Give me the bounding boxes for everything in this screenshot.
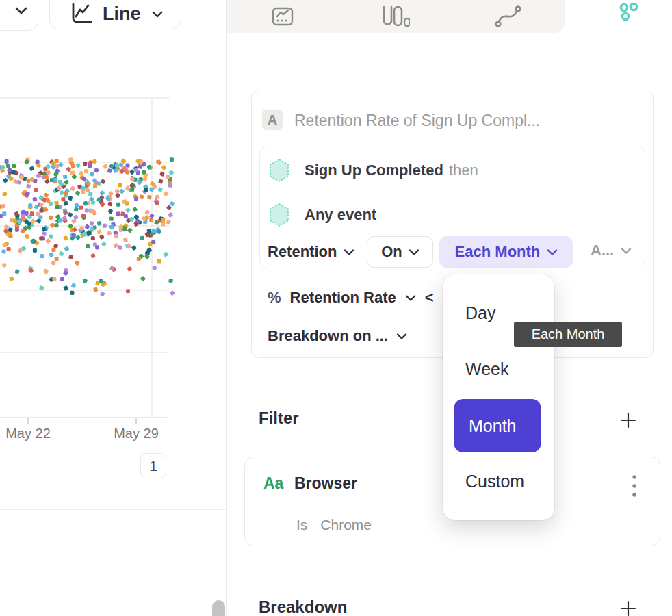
tab-flows[interactable] <box>452 0 565 33</box>
panel-divider <box>226 0 227 616</box>
event-hexagon-icon <box>268 203 290 227</box>
breakdown-on-label: Breakdown on ... <box>268 327 388 345</box>
retention-mode-label: Retention <box>268 243 337 261</box>
kebab-icon <box>632 474 637 498</box>
percent-icon: % <box>268 289 281 307</box>
bar-chart-icon <box>381 5 410 28</box>
menu-item-week[interactable]: Week <box>465 359 508 379</box>
measure-dropdown[interactable]: % Retention Rate < <box>268 289 434 307</box>
step-event-label[interactable]: Any event <box>305 206 376 223</box>
chart-type-button[interactable]: Line <box>49 0 181 29</box>
step-event-label[interactable]: Sign Up Completed <box>305 162 443 179</box>
visualization-tabbar <box>227 0 565 33</box>
chart-type-label: Line <box>103 3 141 25</box>
tooltip: Each Month <box>514 322 622 347</box>
retention-scatter-chart <box>0 89 226 431</box>
add-breakdown-button[interactable] <box>618 598 638 616</box>
menu-item-day[interactable]: Day <box>465 303 495 323</box>
menu-item-month-label: Month <box>469 416 516 436</box>
query-title[interactable]: Retention Rate of Sign Up Compl... <box>294 112 540 130</box>
step-suffix: then <box>449 162 478 179</box>
filter-value[interactable]: Chrome <box>320 517 372 533</box>
filter-operator[interactable]: Is <box>296 517 307 533</box>
retention-dots-icon <box>618 2 643 24</box>
filter-property-label[interactable]: Browser <box>294 474 357 493</box>
retention-report-page: Line May 22 May 29 1 <box>0 0 672 616</box>
chevron-down-icon <box>151 10 164 18</box>
breakdown-on-dropdown[interactable]: Breakdown on ... <box>268 327 407 345</box>
collapsed-dropdown-button[interactable] <box>0 0 38 31</box>
interval-dropdown-trigger[interactable]: Each Month <box>439 236 573 268</box>
query-letter-badge: A <box>262 110 283 130</box>
tab-insights-chart[interactable] <box>227 0 339 33</box>
x-axis-tick-label: May 29 <box>114 426 159 441</box>
interval-dropdown-menu: Day Week Month Custom <box>443 274 554 520</box>
pagination-page-button[interactable]: 1 <box>140 453 166 478</box>
step-first-event[interactable]: Sign Up Completedthen <box>268 158 478 183</box>
filter-section-heading: Filter <box>259 409 299 428</box>
chevron-down-icon <box>14 6 28 15</box>
measure-label: Retention Rate <box>290 289 396 307</box>
tooltip-text: Each Month <box>532 326 605 342</box>
measure-trailing-text: < <box>425 289 434 307</box>
menu-item-custom[interactable]: Custom <box>465 472 524 491</box>
insights-chart-icon <box>271 6 294 27</box>
on-dropdown[interactable]: On <box>367 236 433 268</box>
line-chart-icon <box>68 3 94 25</box>
chart-card-divider <box>0 509 226 510</box>
menu-item-month[interactable]: Month <box>454 399 541 452</box>
retention-controls-row: Retention On Each Month <box>268 236 573 268</box>
retention-mode-dropdown[interactable]: Retention <box>268 243 354 261</box>
tab-bar-chart[interactable] <box>339 0 452 33</box>
scrollbar-thumb[interactable] <box>212 600 225 616</box>
breakdown-section-heading: Breakdown <box>259 598 347 616</box>
event-hexagon-icon <box>268 158 290 183</box>
flows-icon <box>495 5 522 28</box>
step-return-event[interactable]: Any event <box>268 203 382 227</box>
scatter-points <box>0 157 175 297</box>
x-axis-tick-label: May 22 <box>5 426 51 441</box>
overflow-label: A... <box>591 242 614 259</box>
overflow-dropdown[interactable]: A... <box>591 242 632 259</box>
interval-label: Each Month <box>455 243 541 261</box>
add-filter-button[interactable] <box>618 410 638 431</box>
plus-icon <box>619 599 638 616</box>
filter-overflow-menu-button[interactable] <box>628 474 641 498</box>
on-label: On <box>381 243 402 261</box>
tab-retention[interactable] <box>589 0 672 33</box>
filter-clause: Is Chrome <box>296 517 372 533</box>
plus-icon <box>619 411 638 430</box>
string-type-badge: Aa <box>263 474 283 493</box>
